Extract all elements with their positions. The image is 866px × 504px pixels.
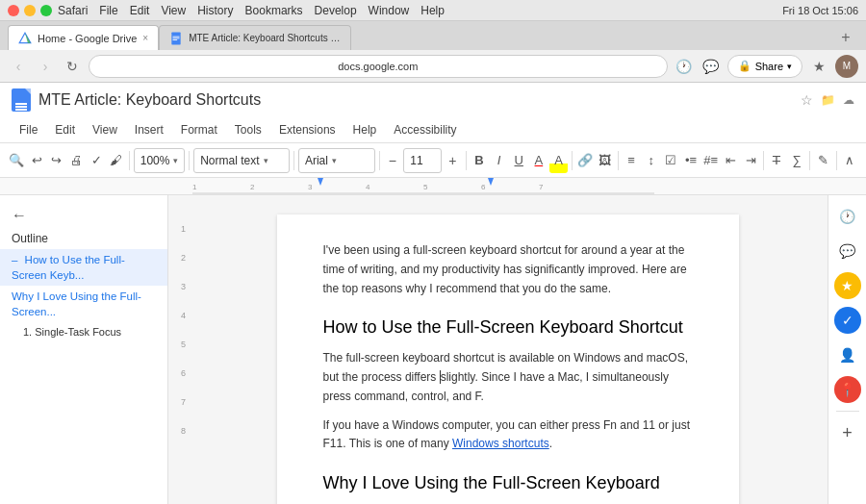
tab-google-docs[interactable]: MTE Article: Keyboard Shortcuts - Google… <box>159 25 351 50</box>
spellcheck-btn[interactable]: ✓ <box>88 148 106 173</box>
outline-item-3[interactable]: 1. Single-Task Focus <box>0 322 167 342</box>
doc-menu-help[interactable]: Help <box>345 121 385 139</box>
doc-menu-format[interactable]: Format <box>173 121 225 139</box>
svg-text:1: 1 <box>192 183 197 191</box>
formula-btn[interactable]: ∑ <box>788 148 806 173</box>
redo-btn[interactable]: ↪ <box>47 148 65 173</box>
menu-window[interactable]: Window <box>369 4 410 17</box>
share-caret-icon: ▾ <box>787 62 792 71</box>
share-button[interactable]: 🔒 Share ▾ <box>727 55 802 78</box>
doc-heading-2: Why I Love Using the Full-Screen Keyboar… <box>323 469 693 504</box>
forward-button[interactable]: › <box>35 56 56 77</box>
insert-mode-btn[interactable]: ✎ <box>814 148 832 173</box>
undo-btn[interactable]: ↩ <box>28 148 46 173</box>
list-check-btn[interactable]: ☑ <box>662 148 680 173</box>
link-btn[interactable]: 🔗 <box>576 148 595 173</box>
lock-icon: 🔒 <box>738 60 751 72</box>
collapse-toolbar-btn[interactable]: ∧ <box>841 148 859 173</box>
font-size-input[interactable]: 11 <box>403 148 442 173</box>
font-size-decrease-btn[interactable]: − <box>384 148 402 173</box>
search-fmt-btn[interactable]: 🔍 <box>8 148 26 173</box>
paint-format-btn[interactable]: 🖌 <box>107 148 125 173</box>
new-tab-button[interactable]: + <box>833 25 858 50</box>
menu-help[interactable]: Help <box>420 4 445 17</box>
version-history-btn[interactable]: 🕐 <box>834 203 861 230</box>
minimize-button[interactable] <box>24 5 36 16</box>
zoom-value: 100% <box>140 154 170 167</box>
align-btn[interactable]: ≡ <box>623 148 641 173</box>
bookmark-btn[interactable]: ★ <box>834 272 861 299</box>
italic-btn[interactable]: I <box>490 148 508 173</box>
menu-view[interactable]: View <box>161 4 186 17</box>
fmt-sep-6 <box>572 151 573 170</box>
doc-menu-edit[interactable]: Edit <box>47 121 83 139</box>
comments-button[interactable]: 💬 <box>700 56 722 77</box>
bold-btn[interactable]: B <box>471 148 489 173</box>
doc-title-bar: MTE Article: Keyboard Shortcuts ☆ 📁 ☁ <box>0 83 866 117</box>
doc-menu-accessibility[interactable]: Accessibility <box>386 121 464 139</box>
sidebar-back-button[interactable]: ← <box>0 203 167 228</box>
people-btn[interactable]: 👤 <box>834 341 861 368</box>
mac-menu: Safari File Edit View History Bookmarks … <box>58 4 445 17</box>
doc-title: MTE Article: Keyboard Shortcuts <box>38 91 793 109</box>
doc-share-folder-icon[interactable]: 📁 <box>821 93 835 107</box>
doc-menu-tools[interactable]: Tools <box>227 121 269 139</box>
font-dropdown[interactable]: Arial ▾ <box>298 148 375 173</box>
maps-btn[interactable]: 📍 <box>834 376 861 403</box>
history-button[interactable]: 🕐 <box>674 56 695 77</box>
outline-item-1[interactable]: – How to Use the Full-Screen Keyb... <box>0 249 167 286</box>
underline-btn[interactable]: U <box>510 148 528 173</box>
fmt-sep-10 <box>836 151 837 170</box>
zoom-dropdown[interactable]: 100% ▾ <box>134 148 186 173</box>
doc-windows-link[interactable]: Windows shortcuts <box>452 437 549 450</box>
ruler-svg: 12 34 56 7 <box>192 178 654 195</box>
tab-drive-close[interactable]: × <box>142 33 148 43</box>
text-color-btn[interactable]: A <box>530 148 548 173</box>
outline-item-1-label: How to Use the Full-Screen Keyb... <box>12 254 125 281</box>
menu-develop[interactable]: Develop <box>315 4 357 17</box>
text-style-dropdown[interactable]: Normal text ▾ <box>193 148 290 173</box>
doc-menu-insert[interactable]: Insert <box>127 121 171 139</box>
traffic-lights <box>8 5 52 16</box>
font-size-increase-btn[interactable]: + <box>444 148 462 173</box>
tasks-btn[interactable]: ✓ <box>834 307 861 334</box>
indent-decrease-btn[interactable]: ⇤ <box>722 148 740 173</box>
doc-page: I've been using a full-screen keyboard s… <box>277 214 739 504</box>
tab-google-drive[interactable]: Home - Google Drive × <box>8 25 159 50</box>
clear-formatting-btn[interactable]: T̶ <box>768 148 786 173</box>
outline-item-2[interactable]: Why I Love Using the Full-Screen... <box>0 286 167 322</box>
indent-increase-btn[interactable]: ⇥ <box>742 148 760 173</box>
gdocs-icon <box>12 88 31 112</box>
extensions-button[interactable]: ★ <box>808 56 829 77</box>
svg-rect-5 <box>173 36 180 37</box>
back-button[interactable]: ‹ <box>8 56 29 77</box>
add-panel-btn[interactable]: + <box>834 419 861 446</box>
image-btn[interactable]: 🖼 <box>596 148 614 173</box>
menu-bookmarks[interactable]: Bookmarks <box>245 4 303 17</box>
comments-panel-btn[interactable]: 💬 <box>834 238 861 265</box>
line-spacing-btn[interactable]: ↕ <box>642 148 660 173</box>
bullet-list-btn[interactable]: •≡ <box>682 148 700 173</box>
user-avatar[interactable]: M <box>835 55 858 78</box>
print-btn[interactable]: 🖨 <box>67 148 86 173</box>
address-input[interactable] <box>89 55 668 78</box>
svg-rect-6 <box>173 38 180 38</box>
menu-history[interactable]: History <box>197 4 233 17</box>
tab-drive-title: Home - Google Drive <box>38 33 137 44</box>
doc-menu-file[interactable]: File <box>12 121 45 139</box>
numbered-list-btn[interactable]: #≡ <box>701 148 720 173</box>
highlight-btn[interactable]: A <box>549 148 568 173</box>
doc-menu-extensions[interactable]: Extensions <box>271 121 344 139</box>
refresh-button[interactable]: ↻ <box>62 56 83 77</box>
menu-edit[interactable]: Edit <box>130 4 150 17</box>
fullscreen-button[interactable] <box>40 5 52 16</box>
close-button[interactable] <box>8 5 19 16</box>
right-panel: 🕐 💬 ★ ✓ 👤 📍 + <box>828 195 866 504</box>
doc-star-icon[interactable]: ☆ <box>801 92 813 108</box>
menu-file[interactable]: File <box>99 4 117 17</box>
fmt-sep-1 <box>129 151 130 170</box>
doc-menu-view[interactable]: View <box>85 121 125 139</box>
menu-safari[interactable]: Safari <box>58 4 88 17</box>
doc-cloud-icon[interactable]: ☁ <box>843 93 854 107</box>
ruler: 12 34 56 7 <box>0 178 866 195</box>
